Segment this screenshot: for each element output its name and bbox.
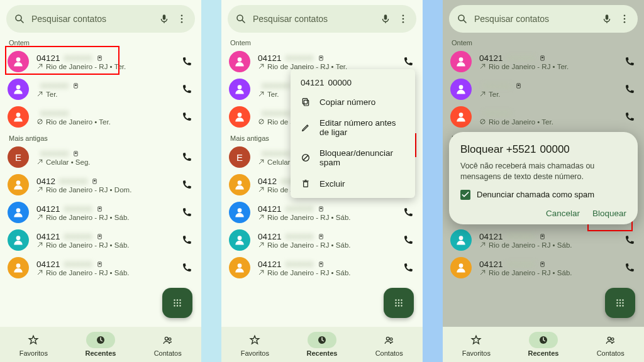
call-row[interactable]: 0412 000000 Rio de Janeiro - RJ • Dom. (0, 171, 201, 199)
sim-icon (96, 233, 103, 240)
call-button[interactable] (624, 84, 635, 95)
call-row[interactable]: 000000 Ter. (443, 75, 644, 103)
call-row[interactable]: 04121 000000 Rio de Janeiro - RJ • Sáb. (221, 226, 423, 254)
nav-recents-label: Recentes (307, 349, 338, 357)
call-button[interactable] (624, 234, 635, 246)
avatar (450, 257, 472, 278)
call-button[interactable] (181, 111, 192, 123)
call-button[interactable] (402, 56, 414, 67)
nav-recents[interactable]: Recentes (67, 327, 135, 362)
call-row[interactable]: 04121 000000 Rio de Janeiro - RJ • Sáb. (0, 254, 201, 282)
avatar (229, 79, 250, 100)
call-number: 04121 (479, 260, 503, 269)
menu-block[interactable]: Bloquear/denunciar spam (291, 143, 415, 173)
call-number-hidden: 000000 (40, 109, 69, 118)
call-button[interactable] (181, 179, 192, 190)
search-icon (235, 13, 247, 25)
dialpad-fab[interactable] (162, 288, 192, 318)
call-row[interactable]: 000000 Rio de Janeiro • Ter. (0, 103, 201, 131)
search-bar[interactable]: Pesquisar contatos (228, 5, 416, 33)
outgoing-arrow-icon (36, 63, 43, 70)
sim-icon (318, 55, 325, 62)
call-button[interactable] (181, 207, 192, 218)
call-button[interactable] (624, 262, 635, 273)
call-row[interactable]: 04121 000000 Rio de Janeiro - RJ • Sáb. (443, 226, 644, 254)
dialog-cancel[interactable]: Cancelar (546, 209, 580, 218)
dialpad-fab[interactable] (605, 288, 635, 318)
call-subtitle: Rio de Janeiro - RJ • Sáb. (46, 269, 130, 277)
dialpad-fab[interactable] (384, 288, 414, 318)
nav-contacts[interactable]: Contatos (577, 327, 644, 362)
more-icon[interactable] (619, 13, 630, 25)
dialog-confirm[interactable]: Bloquear (592, 209, 626, 218)
call-button[interactable] (624, 56, 635, 67)
call-row[interactable]: 04121 000000 Rio de Janeiro - RJ • Sáb. (221, 199, 423, 226)
dialog-checkbox[interactable]: Denunciar chamada como spam (460, 190, 626, 200)
sim-icon (539, 261, 546, 268)
search-bar[interactable]: Pesquisar contatos (6, 5, 195, 33)
call-row[interactable]: 04121 000000 Rio de Janeiro - RJ • Sáb. (0, 226, 201, 254)
menu-title-num: 04121 (301, 78, 325, 87)
call-row[interactable]: 04121 000000 Rio de Janeiro - RJ • Sáb. (0, 199, 201, 226)
call-subtitle: Rio de Janeiro - RJ • Ter. (46, 63, 126, 70)
call-button[interactable] (402, 207, 414, 218)
nav-favorites[interactable]: Favoritos (221, 327, 289, 362)
call-row[interactable]: 04121 000000 Rio de Janeiro - RJ • Sáb. (221, 254, 423, 282)
nav-favorites-label: Favoritos (241, 349, 269, 357)
section-yesterday: Ontem (230, 39, 414, 47)
call-button[interactable] (624, 111, 635, 123)
call-row[interactable]: 04121 000000 Rio de Janeiro - RJ • Sáb. (443, 254, 644, 282)
avatar (8, 174, 29, 195)
call-info: 000000 Ter. (36, 81, 174, 98)
mic-icon[interactable] (601, 13, 613, 25)
nav-recents-label: Recentes (86, 349, 116, 357)
nav-favorites-label: Favoritos (19, 349, 48, 357)
call-button[interactable] (181, 151, 192, 163)
more-icon[interactable] (397, 13, 409, 25)
nav-recents[interactable]: Recentes (289, 327, 356, 362)
outgoing-arrow-icon (479, 90, 486, 97)
nav-contacts[interactable]: Contatos (134, 327, 201, 362)
call-number-hidden: 000000 (40, 81, 69, 90)
bottom-nav: Favoritos Recentes Contatos (443, 327, 644, 362)
call-button[interactable] (181, 56, 192, 67)
call-number-hidden: 000000 (286, 232, 314, 241)
nav-contacts[interactable]: Contatos (355, 327, 423, 362)
menu-copy[interactable]: Copiar número (291, 91, 415, 112)
avatar (229, 257, 250, 278)
search-bar[interactable]: Pesquisar contatos (449, 5, 638, 33)
call-button[interactable] (402, 234, 414, 246)
outgoing-arrow-icon (479, 269, 486, 276)
call-row[interactable]: 000000 Rio de Janeiro • Ter. (443, 103, 644, 131)
call-number-hidden: 000000 (262, 109, 290, 118)
menu-delete[interactable]: Excluir (291, 173, 415, 194)
call-row[interactable]: 04121 000000 Rio de Janeiro - RJ • Ter. (443, 48, 644, 75)
call-button[interactable] (181, 262, 192, 273)
outgoing-arrow-icon (479, 63, 486, 70)
call-row[interactable]: E 000000 Celular • Seg. (0, 143, 201, 171)
nav-favorites[interactable]: Favoritos (0, 327, 67, 362)
nav-favorites[interactable]: Favoritos (443, 327, 510, 362)
call-button[interactable] (181, 234, 192, 246)
call-number: 04121 (479, 53, 503, 63)
sim-icon (72, 150, 79, 157)
search-placeholder: Pesquisar contatos (474, 14, 595, 24)
call-info: 04121 000000 Rio de Janeiro - RJ • Sáb. (479, 260, 616, 277)
mic-icon[interactable] (158, 13, 170, 25)
call-button[interactable] (181, 84, 192, 95)
nav-recents[interactable]: Recentes (510, 327, 577, 362)
call-row[interactable]: 000000 Ter. (0, 75, 201, 103)
call-info: 04121 000000 Rio de Janeiro - RJ • Ter. (479, 53, 616, 70)
call-number-hidden: 000000 (40, 149, 69, 158)
mic-icon[interactable] (380, 13, 391, 25)
call-info: 0412 000000 Rio de Janeiro - RJ • Dom. (36, 177, 174, 194)
more-icon[interactable] (176, 13, 187, 25)
phone-screen: Pesquisar contatos Ontem 04121 000000 Ri… (0, 0, 201, 362)
menu-edit[interactable]: Editar número antes de ligar (291, 112, 415, 143)
call-row[interactable]: 04121 000000 Rio de Janeiro - RJ • Ter. (0, 48, 201, 75)
blocked-icon (258, 118, 265, 125)
outgoing-arrow-icon (258, 158, 265, 165)
call-info: 000000 Celular • Seg. (36, 149, 174, 166)
call-number: 04121 (258, 232, 282, 241)
call-button[interactable] (402, 262, 414, 273)
